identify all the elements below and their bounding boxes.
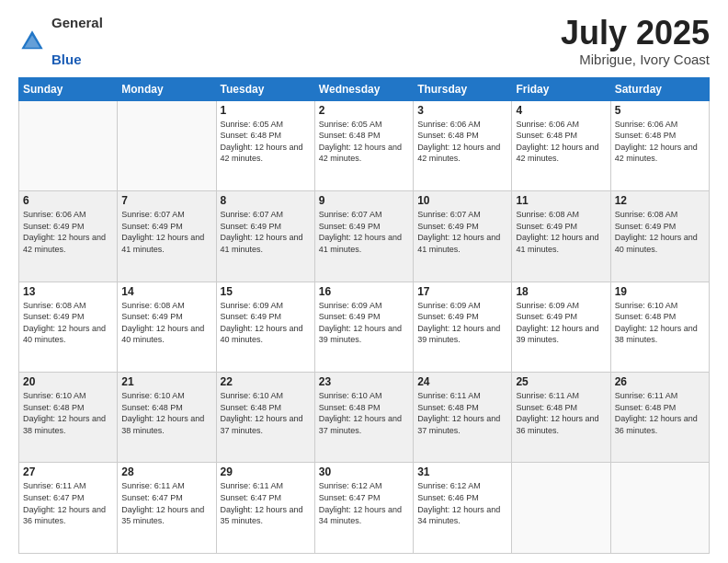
day-info: Sunrise: 6:11 AMSunset: 6:47 PMDaylight:… xyxy=(23,480,113,526)
header: General Blue July 2025 Mibrigue, Ivory C… xyxy=(18,15,710,68)
calendar-cell: 17Sunrise: 6:09 AMSunset: 6:49 PMDayligh… xyxy=(414,282,512,372)
calendar-cell: 19Sunrise: 6:10 AMSunset: 6:48 PMDayligh… xyxy=(610,282,709,372)
day-info: Sunrise: 6:07 AMSunset: 6:49 PMDaylight:… xyxy=(221,209,311,255)
day-number: 28 xyxy=(121,465,211,478)
day-info: Sunrise: 6:10 AMSunset: 6:48 PMDaylight:… xyxy=(319,390,409,436)
calendar-cell: 4Sunrise: 6:06 AMSunset: 6:48 PMDaylight… xyxy=(512,100,610,190)
day-info: Sunrise: 6:05 AMSunset: 6:48 PMDaylight:… xyxy=(221,119,311,165)
day-info: Sunrise: 6:10 AMSunset: 6:48 PMDaylight:… xyxy=(23,390,113,436)
day-number: 23 xyxy=(319,375,409,388)
calendar-cell: 9Sunrise: 6:07 AMSunset: 6:49 PMDaylight… xyxy=(314,191,413,282)
day-info: Sunrise: 6:07 AMSunset: 6:49 PMDaylight:… xyxy=(319,209,409,255)
day-number: 15 xyxy=(221,285,311,298)
calendar-cell: 2Sunrise: 6:05 AMSunset: 6:48 PMDaylight… xyxy=(314,100,413,190)
calendar: SundayMondayTuesdayWednesdayThursdayFrid… xyxy=(18,77,710,554)
day-info: Sunrise: 6:06 AMSunset: 6:48 PMDaylight:… xyxy=(516,119,606,165)
calendar-cell xyxy=(19,100,118,190)
day-number: 9 xyxy=(319,194,409,207)
day-info: Sunrise: 6:10 AMSunset: 6:48 PMDaylight:… xyxy=(121,390,211,436)
day-number: 14 xyxy=(121,285,211,298)
weekday-header-friday: Friday xyxy=(512,77,610,100)
day-info: Sunrise: 6:08 AMSunset: 6:49 PMDaylight:… xyxy=(23,300,113,346)
day-number: 6 xyxy=(23,194,113,207)
day-number: 31 xyxy=(417,465,507,478)
week-row-5: 27Sunrise: 6:11 AMSunset: 6:47 PMDayligh… xyxy=(19,463,710,554)
day-info: Sunrise: 6:08 AMSunset: 6:49 PMDaylight:… xyxy=(516,209,606,255)
day-info: Sunrise: 6:09 AMSunset: 6:49 PMDaylight:… xyxy=(516,300,606,346)
week-row-1: 1Sunrise: 6:05 AMSunset: 6:48 PMDaylight… xyxy=(19,100,710,190)
day-info: Sunrise: 6:11 AMSunset: 6:48 PMDaylight:… xyxy=(516,390,606,436)
calendar-cell: 13Sunrise: 6:08 AMSunset: 6:49 PMDayligh… xyxy=(19,282,118,372)
weekday-header-thursday: Thursday xyxy=(414,77,512,100)
day-info: Sunrise: 6:12 AMSunset: 6:46 PMDaylight:… xyxy=(417,480,507,526)
day-number: 2 xyxy=(319,104,409,117)
calendar-cell: 31Sunrise: 6:12 AMSunset: 6:46 PMDayligh… xyxy=(414,463,512,554)
calendar-cell: 5Sunrise: 6:06 AMSunset: 6:48 PMDaylight… xyxy=(610,100,709,190)
day-info: Sunrise: 6:05 AMSunset: 6:48 PMDaylight:… xyxy=(319,119,409,165)
day-info: Sunrise: 6:11 AMSunset: 6:47 PMDaylight:… xyxy=(121,480,211,526)
day-info: Sunrise: 6:11 AMSunset: 6:47 PMDaylight:… xyxy=(221,480,311,526)
day-info: Sunrise: 6:06 AMSunset: 6:49 PMDaylight:… xyxy=(23,209,113,255)
day-number: 1 xyxy=(221,104,311,117)
day-info: Sunrise: 6:07 AMSunset: 6:49 PMDaylight:… xyxy=(121,209,211,255)
calendar-cell: 14Sunrise: 6:08 AMSunset: 6:49 PMDayligh… xyxy=(118,282,216,372)
calendar-cell: 11Sunrise: 6:08 AMSunset: 6:49 PMDayligh… xyxy=(512,191,610,282)
calendar-cell: 1Sunrise: 6:05 AMSunset: 6:48 PMDaylight… xyxy=(216,100,314,190)
day-number: 3 xyxy=(417,104,507,117)
calendar-cell: 29Sunrise: 6:11 AMSunset: 6:47 PMDayligh… xyxy=(216,463,314,554)
day-number: 27 xyxy=(23,465,113,478)
calendar-cell: 15Sunrise: 6:09 AMSunset: 6:49 PMDayligh… xyxy=(216,282,314,372)
calendar-cell: 26Sunrise: 6:11 AMSunset: 6:48 PMDayligh… xyxy=(610,373,709,463)
title-block: July 2025 Mibrigue, Ivory Coast xyxy=(561,15,710,67)
calendar-cell: 8Sunrise: 6:07 AMSunset: 6:49 PMDaylight… xyxy=(216,191,314,282)
logo-icon xyxy=(18,28,46,55)
calendar-cell: 23Sunrise: 6:10 AMSunset: 6:48 PMDayligh… xyxy=(314,373,413,463)
calendar-cell: 3Sunrise: 6:06 AMSunset: 6:48 PMDaylight… xyxy=(414,100,512,190)
day-info: Sunrise: 6:06 AMSunset: 6:48 PMDaylight:… xyxy=(417,119,507,165)
calendar-cell: 27Sunrise: 6:11 AMSunset: 6:47 PMDayligh… xyxy=(19,463,118,554)
day-number: 4 xyxy=(516,104,606,117)
calendar-cell: 21Sunrise: 6:10 AMSunset: 6:48 PMDayligh… xyxy=(118,373,216,463)
week-row-4: 20Sunrise: 6:10 AMSunset: 6:48 PMDayligh… xyxy=(19,373,710,463)
logo-text: General Blue xyxy=(51,15,103,68)
day-number: 21 xyxy=(121,375,211,388)
weekday-header-row: SundayMondayTuesdayWednesdayThursdayFrid… xyxy=(19,77,710,100)
calendar-cell: 20Sunrise: 6:10 AMSunset: 6:48 PMDayligh… xyxy=(19,373,118,463)
logo-blue: Blue xyxy=(51,52,103,68)
day-number: 18 xyxy=(516,285,606,298)
day-info: Sunrise: 6:09 AMSunset: 6:49 PMDaylight:… xyxy=(221,300,311,346)
calendar-cell: 24Sunrise: 6:11 AMSunset: 6:48 PMDayligh… xyxy=(414,373,512,463)
day-number: 10 xyxy=(417,194,507,207)
day-number: 24 xyxy=(417,375,507,388)
calendar-cell: 16Sunrise: 6:09 AMSunset: 6:49 PMDayligh… xyxy=(314,282,413,372)
calendar-cell: 10Sunrise: 6:07 AMSunset: 6:49 PMDayligh… xyxy=(414,191,512,282)
title-month: July 2025 xyxy=(561,15,710,52)
day-info: Sunrise: 6:11 AMSunset: 6:48 PMDaylight:… xyxy=(615,390,705,436)
title-location: Mibrigue, Ivory Coast xyxy=(561,52,710,67)
calendar-cell: 18Sunrise: 6:09 AMSunset: 6:49 PMDayligh… xyxy=(512,282,610,372)
day-info: Sunrise: 6:09 AMSunset: 6:49 PMDaylight:… xyxy=(319,300,409,346)
day-number: 13 xyxy=(23,285,113,298)
logo-general: General xyxy=(51,15,103,31)
day-info: Sunrise: 6:10 AMSunset: 6:48 PMDaylight:… xyxy=(221,390,311,436)
page: General Blue July 2025 Mibrigue, Ivory C… xyxy=(0,0,728,563)
day-number: 12 xyxy=(615,194,705,207)
day-number: 19 xyxy=(615,285,705,298)
day-number: 30 xyxy=(319,465,409,478)
day-number: 17 xyxy=(417,285,507,298)
day-number: 29 xyxy=(221,465,311,478)
day-info: Sunrise: 6:12 AMSunset: 6:47 PMDaylight:… xyxy=(319,480,409,526)
day-number: 26 xyxy=(615,375,705,388)
calendar-cell: 12Sunrise: 6:08 AMSunset: 6:49 PMDayligh… xyxy=(610,191,709,282)
day-number: 20 xyxy=(23,375,113,388)
day-info: Sunrise: 6:08 AMSunset: 6:49 PMDaylight:… xyxy=(615,209,705,255)
day-info: Sunrise: 6:11 AMSunset: 6:48 PMDaylight:… xyxy=(417,390,507,436)
day-number: 16 xyxy=(319,285,409,298)
calendar-cell xyxy=(512,463,610,554)
day-number: 22 xyxy=(221,375,311,388)
day-number: 11 xyxy=(516,194,606,207)
day-info: Sunrise: 6:10 AMSunset: 6:48 PMDaylight:… xyxy=(615,300,705,346)
week-row-3: 13Sunrise: 6:08 AMSunset: 6:49 PMDayligh… xyxy=(19,282,710,372)
day-info: Sunrise: 6:08 AMSunset: 6:49 PMDaylight:… xyxy=(121,300,211,346)
day-number: 7 xyxy=(121,194,211,207)
